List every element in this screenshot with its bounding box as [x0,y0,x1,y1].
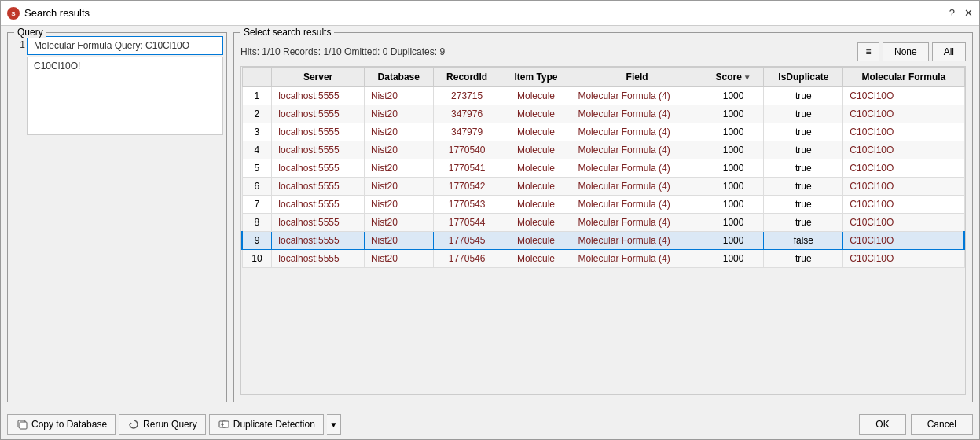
columns-button[interactable]: ≡ [857,42,879,61]
row-number: 8 [242,214,272,232]
col-database[interactable]: Database [364,68,433,87]
table-row[interactable]: 10localhost:5555Nist201770546MoleculeMol… [242,250,964,268]
cancel-button[interactable]: Cancel [911,414,973,434]
cell-formula: C10Cl10O [843,87,964,105]
cell-server: localhost:5555 [272,141,365,160]
cell-itemtype: Molecule [501,105,571,123]
svg-text:S: S [11,10,16,17]
cell-server: localhost:5555 [272,105,365,123]
row-number: 1 [242,87,272,105]
cell-database: Nist20 [364,105,433,123]
cell-formula: C10Cl10O [843,141,964,160]
cell-isduplicate: true [764,250,843,268]
row-number: 5 [242,160,272,178]
row-number: 4 [242,141,272,160]
cell-server: localhost:5555 [272,196,365,214]
window-title: Search results [24,7,90,19]
cell-score: 1000 [703,87,764,105]
cell-recordid: 347979 [433,123,501,141]
table-header-row: Server Database RecordId Item Type Field… [242,68,964,87]
main-content: Query 1 Molecular Formula Query: C10Cl10… [1,26,979,409]
close-button[interactable]: ✕ [964,7,973,19]
columns-icon: ≡ [865,46,871,57]
rerun-query-label: Rerun Query [143,419,197,430]
cell-isduplicate: true [764,123,843,141]
cell-formula: C10Cl10O [843,160,964,178]
cell-formula: C10Cl10O [843,105,964,123]
main-window: S Search results ? ✕ Query 1 Molecular F… [0,0,980,440]
cell-itemtype: Molecule [501,160,571,178]
table-row[interactable]: 6localhost:5555Nist201770542MoleculeMole… [242,178,964,196]
cell-server: localhost:5555 [272,232,365,250]
results-table-wrapper[interactable]: Server Database RecordId Item Type Field… [240,66,966,395]
cell-recordid: 1770540 [433,141,501,160]
table-row[interactable]: 3localhost:5555Nist20347979MoleculeMolec… [242,123,964,141]
cell-score: 1000 [703,196,764,214]
table-row[interactable]: 9localhost:5555Nist201770545MoleculeMole… [242,232,964,250]
table-row[interactable]: 2localhost:5555Nist20347976MoleculeMolec… [242,105,964,123]
cell-field: Molecular Formula (4) [571,123,703,141]
cell-score: 1000 [703,178,764,196]
rerun-query-button[interactable]: Rerun Query [119,414,206,434]
results-stats: Hits: 1/10 Records: 1/10 Omitted: 0 Dupl… [240,46,445,57]
cell-formula: C10Cl10O [843,178,964,196]
all-button[interactable]: All [932,42,966,61]
query-item: 1 Molecular Formula Query: C10Cl10O C10C… [11,36,223,135]
cell-score: 1000 [703,250,764,268]
cell-formula: C10Cl10O [843,123,964,141]
footer-right: OK Cancel [859,414,973,434]
col-itemtype[interactable]: Item Type [501,68,571,87]
table-row[interactable]: 4localhost:5555Nist201770540MoleculeMole… [242,141,964,160]
query-molecule: C10Cl10O! [27,57,223,135]
cell-isduplicate: true [764,214,843,232]
cell-server: localhost:5555 [272,123,365,141]
duplicate-detection-icon [218,418,230,431]
table-row[interactable]: 7localhost:5555Nist201770543MoleculeMole… [242,196,964,214]
help-button[interactable]: ? [949,7,955,19]
cell-database: Nist20 [364,141,433,160]
cell-score: 1000 [703,214,764,232]
row-number: 10 [242,250,272,268]
cell-database: Nist20 [364,123,433,141]
table-row[interactable]: 5localhost:5555Nist201770541MoleculeMole… [242,160,964,178]
cell-database: Nist20 [364,178,433,196]
svg-rect-3 [20,422,27,429]
results-legend: Select search results [240,27,334,38]
cell-field: Molecular Formula (4) [571,214,703,232]
cell-itemtype: Molecule [501,250,571,268]
col-score[interactable]: Score ▼ [703,68,764,87]
cell-server: localhost:5555 [272,250,365,268]
col-field[interactable]: Field [571,68,703,87]
col-recordid[interactable]: RecordId [433,68,501,87]
results-buttons: ≡ None All [857,42,966,61]
table-row[interactable]: 1localhost:5555Nist20273715MoleculeMolec… [242,87,964,105]
cell-recordid: 1770546 [433,250,501,268]
cell-isduplicate: true [764,105,843,123]
cell-score: 1000 [703,160,764,178]
cell-database: Nist20 [364,160,433,178]
col-server[interactable]: Server [272,68,365,87]
copy-to-database-label: Copy to Database [31,419,107,430]
none-button[interactable]: None [883,42,929,61]
table-body: 1localhost:5555Nist20273715MoleculeMolec… [242,87,964,268]
copy-to-database-button[interactable]: Copy to Database [7,414,116,434]
query-legend: Query [14,27,46,38]
cell-field: Molecular Formula (4) [571,160,703,178]
ok-button[interactable]: OK [859,414,905,434]
cell-field: Molecular Formula (4) [571,196,703,214]
col-isduplicate[interactable]: IsDuplicate [764,68,843,87]
duplicate-detection-button[interactable]: Duplicate Detection [209,414,324,434]
footer: Copy to Database Rerun Query [1,409,979,439]
duplicate-detection-dropdown[interactable]: ▼ [327,414,341,434]
cell-isduplicate: true [764,196,843,214]
query-content: Molecular Formula Query: C10Cl10O C10Cl1… [27,36,223,135]
cell-score: 1000 [703,141,764,160]
cell-isduplicate: true [764,178,843,196]
svg-marker-4 [130,422,132,425]
footer-left: Copy to Database Rerun Query [7,414,341,434]
query-number: 1 [11,36,27,135]
cell-itemtype: Molecule [501,178,571,196]
col-formula[interactable]: Molecular Formula [843,68,964,87]
col-checkbox [242,68,272,87]
table-row[interactable]: 8localhost:5555Nist201770544MoleculeMole… [242,214,964,232]
